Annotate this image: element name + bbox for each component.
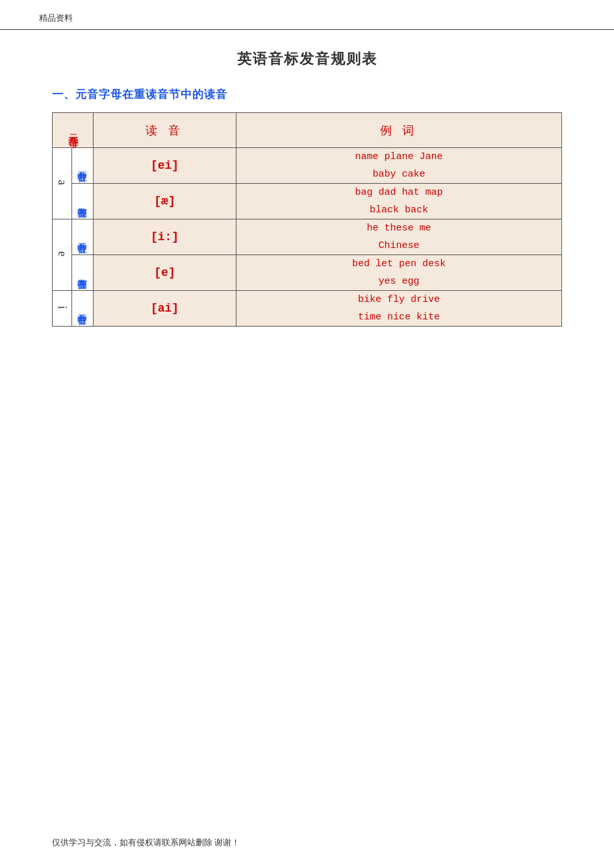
page-header: 精品资料 xyxy=(0,0,614,30)
table-row: e 在开音节中 [i:] he these meChinese xyxy=(53,219,562,255)
example-ae: bag dad hat mapblack back xyxy=(237,184,562,219)
phonetic-table: 元音字母 读 音 例 词 a 在开音节中 [ei] name plane Jan… xyxy=(52,112,562,327)
phonetic-ae: [æ] xyxy=(94,184,237,219)
page-title: 英语音标发音规则表 xyxy=(52,49,562,69)
sub-label-a-open: 在开音节中 xyxy=(72,148,94,184)
header-example-col: 例 词 xyxy=(237,113,562,148)
vowel-letter-e: e xyxy=(53,219,72,291)
vowel-letter-a: a xyxy=(53,148,72,219)
example-ei: name plane Janebaby cake xyxy=(237,148,562,184)
example-ilong: he these meChinese xyxy=(237,219,562,255)
header-label: 精品资料 xyxy=(39,13,73,23)
vowel-letter-i: i xyxy=(53,291,72,327)
table-row: 在闭音节中 [e] bed let pen deskyes egg xyxy=(53,255,562,291)
phonetic-e: [e] xyxy=(94,255,237,291)
header-vowel-col: 元音字母 xyxy=(53,113,94,148)
page-content: 英语音标发音规则表 一、元音字母在重读音节中的读音 元音字母 读 音 例 词 a… xyxy=(0,30,614,372)
section1-title: 一、元音字母在重读音节中的读音 xyxy=(52,87,562,102)
footer-text: 仅供学习与交流，如有侵权请联系网站删除 谢谢！ xyxy=(52,837,240,847)
table-row: 在闭音节中 [æ] bag dad hat mapblack back xyxy=(53,184,562,219)
sub-label-i-open: 在开音节中 xyxy=(72,291,94,327)
table-row: i 在开音节中 [ai] bike fly drivetime nice kit… xyxy=(53,291,562,327)
table-row: a 在开音节中 [ei] name plane Janebaby cake xyxy=(53,148,562,184)
table-header-row: 元音字母 读 音 例 词 xyxy=(53,113,562,148)
header-phonetic-col: 读 音 xyxy=(94,113,237,148)
sub-label-e-open: 在开音节中 xyxy=(72,219,94,255)
phonetic-ilong: [i:] xyxy=(94,219,237,255)
page-footer: 仅供学习与交流，如有侵权请联系网站删除 谢谢！ xyxy=(52,837,240,849)
phonetic-ai: [ai] xyxy=(94,291,237,327)
example-e: bed let pen deskyes egg xyxy=(237,255,562,291)
sub-label-e-closed: 在闭音节中 xyxy=(72,255,94,291)
example-ai: bike fly drivetime nice kite xyxy=(237,291,562,327)
phonetic-ei: [ei] xyxy=(94,148,237,184)
sub-label-a-closed: 在闭音节中 xyxy=(72,184,94,219)
